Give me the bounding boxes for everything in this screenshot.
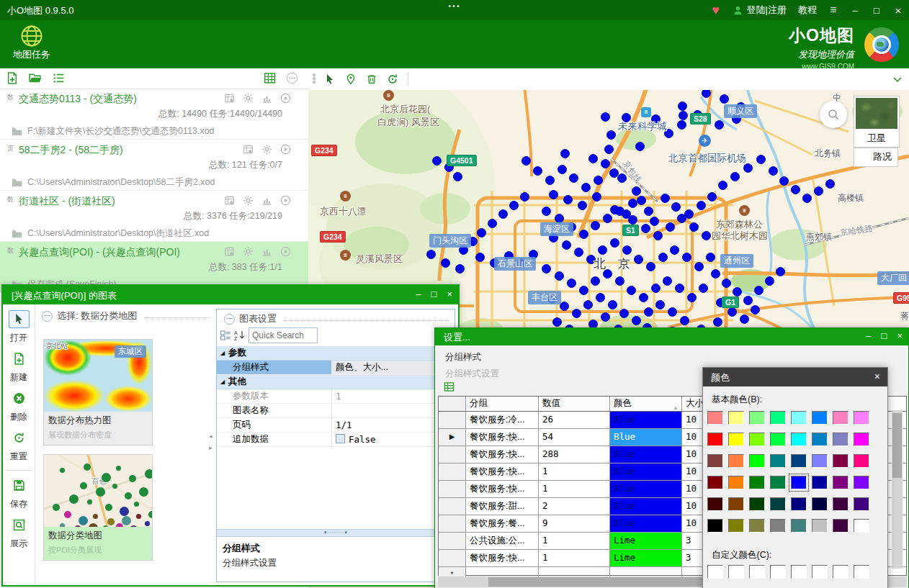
custom-color-swatch[interactable] [812, 565, 828, 579]
poi-dot[interactable] [622, 245, 632, 255]
color-swatch[interactable] [749, 454, 765, 468]
poi-dot[interactable] [628, 199, 637, 208]
poi-dot[interactable] [591, 276, 600, 286]
map-sheet-icon[interactable] [224, 195, 235, 206]
poi-dot[interactable] [814, 186, 823, 196]
color-swatch[interactable] [749, 433, 765, 446]
poi-dot[interactable] [615, 207, 624, 216]
close-button[interactable]: × [893, 4, 903, 17]
color-swatch[interactable] [728, 497, 744, 511]
poi-dot[interactable] [678, 101, 687, 111]
thumbnail-classified-map[interactable]: 百色 数据分类地图 按POI分类展现 [43, 454, 153, 561]
minimize-button[interactable]: – [850, 5, 860, 16]
color-swatch[interactable] [791, 411, 807, 425]
row-selector[interactable] [439, 446, 466, 463]
color-swatch[interactable] [707, 497, 723, 511]
row-selector[interactable]: ▶ [439, 429, 466, 445]
chart-icon[interactable] [261, 246, 272, 257]
poi-dot[interactable] [533, 166, 542, 176]
chart-dialog-maximize-button[interactable]: □ [431, 289, 437, 299]
poi-dot[interactable] [567, 279, 576, 288]
poi-dot[interactable] [666, 222, 675, 232]
panel-splitter[interactable]: ◂ ▸ [209, 304, 216, 585]
select-cursor-icon[interactable] [324, 73, 336, 85]
property-row-page[interactable]: 页码 1/1 [217, 418, 454, 433]
cell-group[interactable]: 餐饮服务:快... [466, 463, 539, 480]
color-swatch[interactable] [791, 519, 807, 533]
quick-search-input[interactable] [248, 327, 318, 343]
poi-dot[interactable] [628, 215, 637, 225]
settings-close-button[interactable]: × [897, 330, 903, 341]
cell-value[interactable]: 54 [539, 429, 610, 445]
chevron-down-icon[interactable] [892, 73, 903, 85]
custom-color-swatch[interactable] [833, 565, 848, 579]
chart-dialog-titlebar[interactable]: [兴趣点查询(POI)] 的图表 – □ × [3, 286, 458, 304]
color-swatch[interactable] [770, 433, 786, 446]
poi-dot[interactable] [718, 181, 727, 190]
row-selector[interactable] [439, 515, 466, 532]
custom-color-swatch[interactable] [770, 565, 786, 579]
poi-dot[interactable] [606, 130, 616, 140]
poi-dot[interactable] [542, 264, 551, 273]
poi-dot[interactable] [743, 296, 753, 305]
color-swatch[interactable] [833, 454, 848, 468]
tutorial-button[interactable]: 教程 [798, 4, 817, 17]
poi-dot[interactable] [562, 240, 571, 250]
heart-icon[interactable]: ♥ [711, 4, 721, 17]
color-swatch[interactable] [812, 454, 828, 468]
poi-dot[interactable] [578, 201, 587, 210]
poi-dot[interactable] [477, 228, 486, 238]
color-swatch[interactable] [749, 497, 765, 511]
poi-dot[interactable] [581, 183, 591, 192]
process-icon[interactable] [243, 246, 254, 257]
poi-dot[interactable] [713, 317, 722, 327]
color-swatch[interactable] [833, 497, 848, 511]
poi-dot[interactable] [655, 300, 665, 309]
poi-dot[interactable] [615, 276, 624, 286]
table-icon[interactable] [264, 72, 276, 84]
poi-dot[interactable] [627, 286, 636, 295]
poi-dot[interactable] [779, 176, 789, 186]
color-dialog-close-button[interactable]: × [874, 371, 880, 382]
refresh-icon[interactable] [387, 73, 398, 85]
chart-icon[interactable] [261, 93, 272, 104]
color-swatch[interactable] [728, 433, 744, 446]
scrollbar-thumb[interactable] [892, 413, 902, 478]
poi-dot[interactable] [603, 214, 612, 223]
tool-open-cursor[interactable]: 打开 [3, 310, 35, 344]
poi-dot[interactable] [426, 250, 436, 259]
poi-dot[interactable] [619, 309, 629, 318]
poi-dot[interactable] [722, 279, 731, 288]
append-data-checkbox[interactable] [336, 434, 345, 443]
task-item[interactable]: 数街道社区 - (街道社区)总数: 3376 任务:219/219C:\User… [0, 191, 308, 242]
poi-dot[interactable] [555, 271, 564, 281]
color-swatch[interactable] [812, 411, 828, 425]
poi-dot[interactable] [670, 245, 679, 255]
poi-dot[interactable] [679, 111, 688, 120]
poi-dot[interactable] [563, 195, 573, 204]
cell-color[interactable]: Blue [610, 481, 682, 497]
cell-group[interactable]: 餐饮服务:餐... [466, 515, 539, 532]
color-swatch[interactable] [854, 454, 869, 468]
poi-dot[interactable] [825, 179, 835, 189]
color-swatch[interactable] [854, 476, 869, 489]
color-swatch[interactable] [833, 411, 848, 425]
process-icon[interactable] [243, 195, 254, 206]
custom-color-swatch[interactable] [854, 565, 869, 579]
poi-dot[interactable] [488, 219, 497, 228]
color-swatch[interactable] [854, 433, 869, 446]
tool-delete-circle[interactable]: 删除 [3, 389, 35, 423]
color-swatch[interactable] [812, 433, 828, 446]
cell-color[interactable]: Blue [610, 446, 682, 463]
custom-color-swatch[interactable] [749, 565, 765, 579]
row-selector[interactable] [439, 550, 466, 566]
poi-dot[interactable] [687, 293, 697, 302]
login-button[interactable]: 登陆|注册 [733, 4, 787, 17]
map-search-button[interactable] [820, 101, 847, 128]
poi-dot[interactable] [632, 316, 641, 325]
poi-dot[interactable] [680, 316, 689, 325]
map-sheet-icon[interactable] [224, 93, 235, 104]
cell-group[interactable]: 餐饮服务:快... [466, 446, 539, 463]
color-swatch[interactable] [728, 411, 744, 425]
chart-dialog-close-button[interactable]: × [447, 289, 452, 299]
